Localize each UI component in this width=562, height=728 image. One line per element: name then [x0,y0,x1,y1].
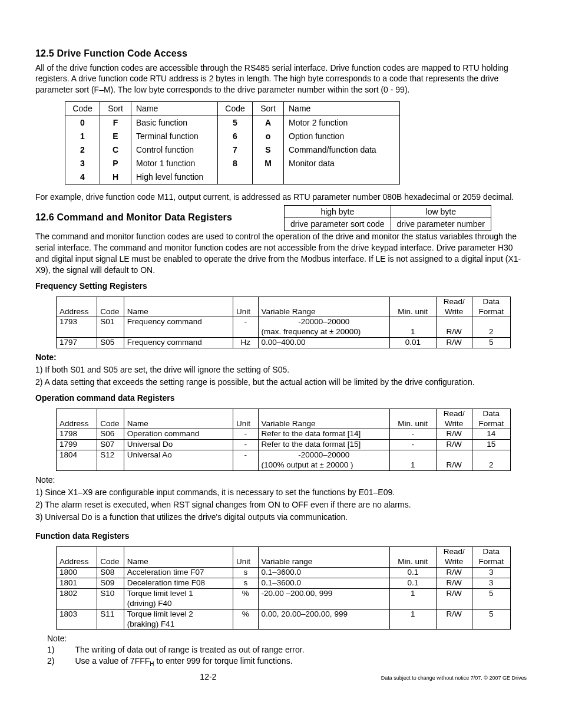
op-title: Operation command data Registers [35,393,527,404]
page-number: 12-2 [200,671,216,683]
freq-table: Address Code Name Unit Variable Range Mi… [56,297,511,348]
op-note-hdr: Note: [35,475,527,486]
code-sort-table: Code Sort Name Code Sort Name 0 F Basic … [65,101,400,184]
page-footer: 12-2 Data subject to change without noti… [35,671,527,683]
table-row: 1801 S09 Deceleration time F08 s 0.1–360… [57,578,511,589]
freq-note-2: 2) A data setting that exceeds the setti… [35,377,527,388]
hdr-sort: Sort [100,102,131,116]
freq-title: Frequency Setting Registers [35,281,527,292]
copyright: Data subject to change without notice 7/… [381,674,527,681]
section-12-5-para: All of the drive function codes are acce… [35,62,527,96]
table-row: 1793 S01 Frequency command - -20000–2000… [57,317,511,327]
func-title: Function data Registers [35,531,527,542]
hdr-code: Code [65,102,100,116]
freq-note-hdr: Note: [35,352,527,363]
param-number-cell: drive parameter number [391,218,491,231]
table-row: 1798 S06 Operation command - Refer to th… [57,429,511,440]
table-row: 0 F Basic function 5 A Motor 2 function [65,116,400,130]
bottom-notes: Note: 1) The writing of data out of rang… [47,633,313,668]
freq-note-1: 1) If both S01 and S05 are set, the driv… [35,364,527,375]
table-row: 1799 S07 Universal Do - Refer to the dat… [57,440,511,450]
table-row: 2 C Control function 7 S Command/functio… [65,143,400,157]
section-12-5-title: 12.5 Drive Function Code Access [35,47,527,60]
table-row: 1800 S08 Acceleration time F07 s 0.1–360… [57,568,511,578]
example-para: For example, drive function code M11, ou… [35,192,527,203]
low-byte-cell: low byte [391,205,491,218]
table-row: 1 E Terminal function 6 o Option functio… [65,130,400,143]
hdr-code2: Code [218,102,253,116]
hdr-sort2: Sort [253,102,284,116]
op-note-3: 3) Universal Do is a function that utili… [35,512,527,523]
hdr-name2: Name [284,102,400,116]
func-table: Address Code Name Unit Variable range Mi… [56,546,511,630]
table-row: 1803 S11 Torque limit level 2 % 0.00, 20… [57,609,511,619]
op-note-2: 2) The alarm reset is executed, when RST… [35,499,527,510]
table-row: 4 H High level function [65,170,400,184]
sort-code-cell: drive parameter sort code [285,218,391,231]
hdr-name: Name [131,102,218,116]
high-byte-cell: high byte [285,205,391,218]
table-row: 1804 S12 Universal Ao - -20000–20000 1 R… [57,450,511,460]
table-row: 1802 S10 Torque limit level 1 % -20.00 –… [57,588,511,598]
byte-layout-table: high byte low byte drive parameter sort … [284,205,491,232]
op-table: Address Code Name Unit Variable Range Mi… [56,409,511,471]
op-note-1: 1) Since X1–X9 are configurable input co… [35,487,527,498]
table-row: 3 P Motor 1 function 8 M Monitor data [65,157,400,170]
table-row: 1797 S05 Frequency command Hz 0.00–400.0… [57,338,511,348]
section-12-6-para: The command and monitor function codes a… [35,231,527,276]
